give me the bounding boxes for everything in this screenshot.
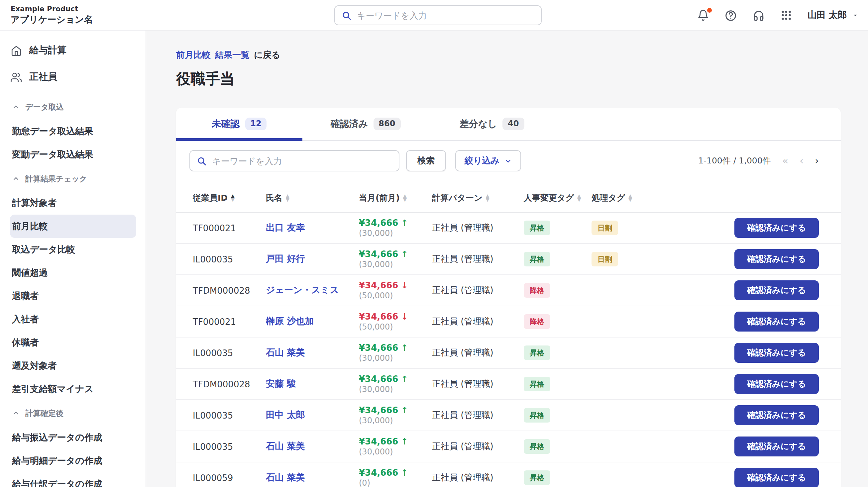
sidebar-item[interactable]: 入社者 bbox=[10, 307, 136, 331]
main-content: 前月比較 結果一覧 に戻る 役職手当 未確認 12 確認済み 860 差分なし … bbox=[146, 31, 868, 487]
pagination-prev-button[interactable]: ‹ bbox=[800, 156, 804, 166]
table-row: IL000035 戸田 好行 ¥34,666↑ (30,000) 正社員 (管理… bbox=[176, 244, 841, 275]
chevron-down-icon bbox=[504, 157, 512, 164]
sidebar-item[interactable]: 差引支給額マイナス bbox=[10, 378, 136, 401]
trend-arrow-icon: ↓ bbox=[401, 280, 408, 290]
sidebar-item[interactable]: 給与振込データの作成 bbox=[10, 426, 136, 449]
amount-current: ¥34,666↓ bbox=[359, 312, 432, 322]
column-header-employee-id[interactable]: 従業員ID ▲▼ bbox=[193, 193, 266, 204]
sidebar-section-header[interactable]: データ取込 bbox=[0, 94, 146, 120]
table-toolbar: 検索 絞り込み 1-100件 / 1,000件 « ‹ › bbox=[176, 141, 841, 185]
confirm-button[interactable]: 確認済みにする bbox=[735, 280, 819, 300]
table-body: TF000021 出口 友幸 ¥34,666↑ (30,000) 正社員 (管理… bbox=[176, 213, 841, 487]
sidebar-item[interactable]: 取込データ比較 bbox=[10, 238, 136, 261]
trend-arrow-icon: ↑ bbox=[401, 436, 408, 447]
sidebar-item-payroll[interactable]: 給与計算 bbox=[0, 37, 146, 64]
brand-product-name: Example Product bbox=[11, 5, 93, 12]
headset-icon bbox=[753, 9, 765, 22]
filter-button[interactable]: 絞り込み bbox=[455, 150, 521, 171]
confirm-button[interactable]: 確認済みにする bbox=[735, 249, 819, 269]
table-row: TFDM000028 安藤 駿 ¥34,666↑ (30,000) 正社員 (管… bbox=[176, 369, 841, 400]
sidebar-section-header[interactable]: 計算確定後 bbox=[0, 401, 146, 426]
column-header-amount[interactable]: 当月(前月) ▲▼ bbox=[359, 193, 432, 204]
help-icon bbox=[725, 9, 737, 22]
sidebar-item[interactable]: 給与明細データの作成 bbox=[10, 449, 136, 473]
content-card: 未確認 12 確認済み 860 差分なし 40 bbox=[176, 108, 841, 487]
employee-name-link[interactable]: 石山 菜美 bbox=[266, 472, 305, 482]
pagination-first-button[interactable]: « bbox=[782, 156, 788, 166]
grid-icon bbox=[781, 9, 793, 21]
table-search-input[interactable] bbox=[212, 156, 392, 166]
amount-current: ¥34,666↑ bbox=[359, 405, 432, 415]
user-name: 山田 太郎 bbox=[808, 9, 847, 21]
column-label: 計算パターン bbox=[432, 193, 483, 204]
amount-value: ¥34,666 bbox=[359, 405, 398, 415]
trend-arrow-icon: ↑ bbox=[401, 374, 408, 384]
employee-name-link[interactable]: 石山 菜美 bbox=[266, 441, 305, 451]
tab-bar: 未確認 12 確認済み 860 差分なし 40 bbox=[176, 108, 841, 141]
amount-value: ¥34,666 bbox=[359, 312, 398, 322]
calc-pattern: 正社員 (管理職) bbox=[432, 253, 524, 265]
table-search[interactable] bbox=[189, 150, 399, 171]
sidebar-item[interactable]: 計算対象者 bbox=[10, 191, 136, 215]
breadcrumb-link-results[interactable]: 結果一覧 bbox=[215, 50, 250, 60]
sidebar-item[interactable]: 変動データ取込結果 bbox=[10, 143, 136, 166]
column-header-name[interactable]: 氏名 ▲▼ bbox=[266, 193, 359, 204]
support-button[interactable] bbox=[753, 9, 765, 22]
sidebar-item[interactable]: 勤怠データ取込結果 bbox=[10, 120, 136, 143]
user-menu[interactable]: 山田 太郎 bbox=[808, 9, 859, 21]
confirm-button[interactable]: 確認済みにする bbox=[735, 436, 819, 456]
table-row: TFDM000028 ジェーン・スミス ¥34,666↓ (50,000) 正社… bbox=[176, 275, 841, 306]
sidebar-item[interactable]: 閾値超過 bbox=[10, 261, 136, 284]
table-row: IL000035 石山 菜美 ¥34,666↑ (30,000) 正社員 (管理… bbox=[176, 337, 841, 369]
tab-unconfirmed[interactable]: 未確認 12 bbox=[176, 108, 302, 140]
employee-name-link[interactable]: 出口 友幸 bbox=[266, 222, 305, 232]
apps-menu-button[interactable] bbox=[781, 9, 793, 21]
tab-count-badge: 12 bbox=[245, 118, 267, 130]
confirm-button[interactable]: 確認済みにする bbox=[735, 312, 819, 331]
table-row: TF000021 出口 友幸 ¥34,666↑ (30,000) 正社員 (管理… bbox=[176, 213, 841, 244]
confirm-button[interactable]: 確認済みにする bbox=[735, 374, 819, 394]
employee-name-link[interactable]: 榊原 沙也加 bbox=[266, 316, 314, 326]
trend-arrow-icon: ↑ bbox=[401, 218, 408, 228]
employee-name-link[interactable]: 石山 菜美 bbox=[266, 347, 305, 357]
column-header-hr-tag[interactable]: 人事変更タグ ▲▼ bbox=[524, 193, 591, 204]
search-button[interactable]: 検索 bbox=[406, 150, 446, 171]
global-search[interactable] bbox=[334, 5, 542, 25]
sidebar-item[interactable]: 休職者 bbox=[10, 331, 136, 354]
sidebar-item[interactable]: 前月比較 bbox=[10, 215, 136, 238]
employee-id: IL000035 bbox=[193, 348, 266, 358]
notifications-button[interactable] bbox=[698, 9, 710, 21]
sidebar-item[interactable]: 退職者 bbox=[10, 284, 136, 307]
sidebar-section-header[interactable]: 計算結果チェック bbox=[0, 166, 146, 191]
calc-pattern: 正社員 (管理職) bbox=[432, 441, 524, 452]
pagination-next-button[interactable]: › bbox=[815, 156, 819, 166]
notification-dot bbox=[708, 8, 712, 12]
employee-name-link[interactable]: 戸田 好行 bbox=[266, 253, 305, 264]
tab-no-difference[interactable]: 差分なし 40 bbox=[429, 108, 555, 140]
sidebar-item[interactable]: 遡及対象者 bbox=[10, 354, 136, 378]
calc-pattern: 正社員 (管理職) bbox=[432, 284, 524, 296]
sidebar-item[interactable]: 給与仕訳データの作成 bbox=[10, 473, 136, 487]
caret-down-icon bbox=[852, 12, 859, 19]
breadcrumb-link-comparison[interactable]: 前月比較 bbox=[176, 50, 211, 60]
amount-previous: (30,000) bbox=[359, 229, 432, 238]
global-search-input[interactable] bbox=[357, 10, 534, 20]
help-button[interactable] bbox=[725, 9, 737, 22]
sidebar-item-employees[interactable]: 正社員 bbox=[0, 64, 146, 90]
calc-pattern: 正社員 (管理職) bbox=[432, 316, 524, 328]
employee-name-link[interactable]: 田中 太郎 bbox=[266, 409, 305, 420]
amount-current: ¥34,666↑ bbox=[359, 436, 432, 447]
confirm-button[interactable]: 確認済みにする bbox=[735, 405, 819, 425]
employee-name-link[interactable]: ジェーン・スミス bbox=[266, 284, 339, 295]
pagination: 1-100件 / 1,000件 « ‹ › bbox=[698, 155, 819, 166]
column-header-process-tag[interactable]: 処理タグ ▲▼ bbox=[591, 193, 655, 204]
hr-change-tag: 昇格 bbox=[524, 346, 550, 360]
employee-name-link[interactable]: 安藤 駿 bbox=[266, 378, 296, 389]
column-header-pattern[interactable]: 計算パターン ▲▼ bbox=[432, 193, 524, 204]
sort-icon: ▲▼ bbox=[577, 195, 581, 202]
confirm-button[interactable]: 確認済みにする bbox=[735, 343, 819, 363]
confirm-button[interactable]: 確認済みにする bbox=[735, 468, 819, 487]
confirm-button[interactable]: 確認済みにする bbox=[735, 218, 819, 238]
tab-confirmed[interactable]: 確認済み 860 bbox=[302, 108, 429, 140]
